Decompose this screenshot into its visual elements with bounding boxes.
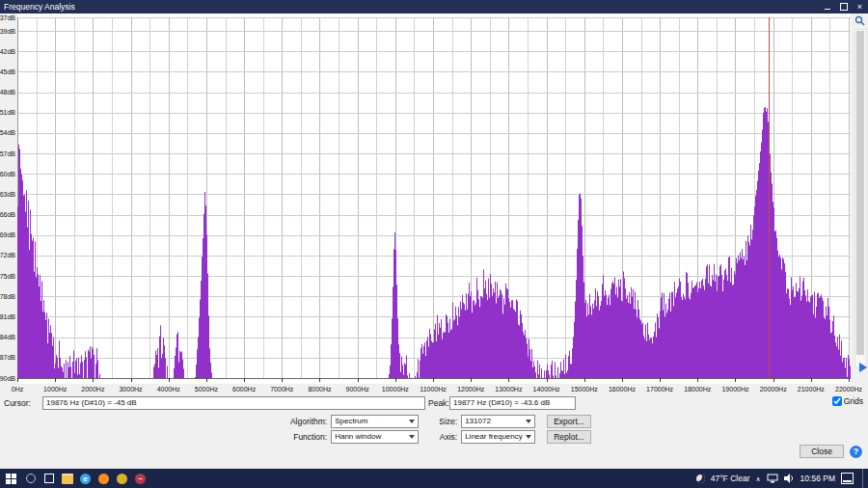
- grids-label: Grids: [844, 396, 863, 406]
- y-axis-label: -87dB: [0, 354, 15, 361]
- window-title: Frequency Analysis: [0, 2, 819, 12]
- edge-icon[interactable]: e: [76, 469, 95, 488]
- cortana-icon-glyph: [26, 474, 36, 483]
- axis-label: Axis:: [430, 432, 457, 442]
- x-axis-label: 4000Hz: [157, 386, 180, 393]
- x-axis-label: 8000Hz: [308, 386, 331, 393]
- function-value: Hann window: [335, 432, 381, 441]
- axis-value: Linear frequency: [465, 432, 523, 441]
- x-axis-label: 9000Hz: [346, 386, 369, 393]
- y-axis-label: -54dB: [0, 129, 15, 136]
- weather-text[interactable]: 47°F Clear: [711, 474, 750, 483]
- cursor-readout: 19876 Hz (D#10) = -45 dB: [42, 396, 425, 410]
- file-explorer-icon[interactable]: [58, 469, 76, 488]
- algorithm-select[interactable]: Spectrum: [331, 415, 419, 428]
- volume-icon[interactable]: [784, 474, 795, 483]
- chevron-up-icon[interactable]: ∧: [755, 475, 760, 482]
- y-axis-label: -69dB: [0, 231, 15, 238]
- y-axis-label: -39dB: [0, 28, 15, 35]
- size-label: Size:: [430, 417, 457, 426]
- x-axis-label: 21000Hz: [798, 386, 825, 393]
- maximize-button[interactable]: [835, 0, 852, 14]
- grids-checkbox[interactable]: [832, 396, 842, 406]
- x-axis-label: 19000Hz: [721, 386, 748, 393]
- minimize-icon: [825, 9, 830, 10]
- x-axis-label: 13000Hz: [495, 386, 522, 393]
- x-axis-label: 1000Hz: [43, 386, 67, 393]
- action-center-icon[interactable]: [841, 473, 854, 484]
- zoom-icon[interactable]: [854, 15, 865, 26]
- file-explorer-icon-glyph: [62, 474, 73, 484]
- vertical-scrollbar[interactable]: [853, 14, 867, 384]
- network-icon[interactable]: [767, 474, 778, 483]
- audacity-icon[interactable]: ~: [131, 469, 149, 488]
- x-axis-label: 16000Hz: [609, 386, 636, 393]
- windows-logo-icon: [6, 474, 16, 484]
- play-arrow-icon[interactable]: [859, 363, 867, 372]
- y-axis-label: -72dB: [0, 252, 15, 258]
- x-axis-label: 5000Hz: [195, 386, 218, 393]
- y-axis-label: -63dB: [0, 191, 15, 198]
- minimize-button[interactable]: [819, 0, 835, 14]
- system-tray: 47°F Clear ∧ 10:56 PM: [696, 469, 868, 488]
- x-axis-label: 6000Hz: [232, 386, 256, 393]
- cortana-icon[interactable]: [21, 469, 40, 488]
- close-button[interactable]: Close: [800, 445, 844, 458]
- algorithm-value: Spectrum: [335, 417, 367, 425]
- y-axis-label: -37dB: [0, 14, 15, 21]
- algorithm-label: Algorithm:: [277, 417, 327, 426]
- x-axis-label: 2000Hz: [81, 386, 104, 393]
- x-axis-label: 22000Hz: [835, 386, 862, 393]
- x-axis-label: 20000Hz: [760, 386, 787, 393]
- y-axis-label: -48dB: [0, 89, 15, 95]
- size-value: 131072: [465, 417, 491, 425]
- clock[interactable]: 10:56 PM: [800, 474, 835, 483]
- y-axis-label: -84dB: [0, 334, 15, 340]
- weather-icon[interactable]: [696, 474, 705, 483]
- task-view-icon[interactable]: [40, 469, 58, 488]
- window-titlebar: Frequency Analysis ×: [0, 0, 868, 14]
- x-axis-label: 3000Hz: [119, 386, 142, 393]
- export-button[interactable]: Export...: [547, 415, 591, 428]
- audacity-icon-glyph: ~: [135, 474, 146, 484]
- x-axis: 0Hz1000Hz2000Hz3000Hz4000Hz5000Hz6000Hz7…: [0, 385, 868, 395]
- start-button[interactable]: [0, 469, 21, 488]
- maximize-icon: [840, 3, 848, 11]
- window-controls: ×: [819, 0, 868, 14]
- x-axis-label: 7000Hz: [270, 386, 293, 393]
- y-axis-label: -60dB: [0, 171, 15, 177]
- y-axis-label: -57dB: [0, 150, 15, 157]
- x-axis-label: 17000Hz: [646, 386, 673, 393]
- scrollbar-track[interactable]: [854, 29, 867, 368]
- y-axis-label: -42dB: [0, 48, 15, 55]
- close-window-button[interactable]: ×: [852, 0, 868, 14]
- cursor-label: Cursor:: [4, 398, 31, 408]
- y-axis-label: -75dB: [0, 273, 15, 280]
- firefox-icon[interactable]: [95, 469, 113, 488]
- y-axis-label: -45dB: [0, 68, 15, 75]
- help-button[interactable]: ?: [850, 446, 862, 458]
- frequency-analysis-dialog: -37dB-39dB-42dB-45dB-48dB-51dB-54dB-57dB…: [0, 14, 868, 469]
- controls-row-2: Function: Hann window Axis: Linear frequ…: [0, 430, 868, 444]
- taskbar-apps: e~: [21, 469, 149, 488]
- function-select[interactable]: Hann window: [331, 430, 419, 444]
- peak-readout: 19877 Hz (D#10) = -43.6 dB: [449, 396, 576, 410]
- x-axis-label: 15000Hz: [571, 386, 598, 393]
- replot-button[interactable]: Replot...: [547, 430, 591, 444]
- x-axis-label: 12000Hz: [457, 386, 484, 393]
- y-axis-label: -66dB: [0, 211, 15, 218]
- function-label: Function:: [277, 432, 327, 442]
- grids-toggle[interactable]: Grids: [832, 396, 863, 406]
- firefox-icon-glyph: [98, 474, 109, 484]
- x-axis-label: 14000Hz: [533, 386, 560, 393]
- controls-row-1: Algorithm: Spectrum Size: 131072 Export.…: [0, 415, 868, 428]
- spectrum-plot[interactable]: [17, 14, 851, 384]
- y-axis-label: -51dB: [0, 109, 15, 116]
- chrome-icon[interactable]: [113, 469, 131, 488]
- show-desktop-button[interactable]: [862, 469, 866, 488]
- size-select[interactable]: 131072: [461, 415, 535, 428]
- x-axis-label: 11000Hz: [420, 386, 447, 393]
- axis-select[interactable]: Linear frequency: [461, 430, 535, 444]
- scrollbar-thumb[interactable]: [856, 31, 864, 355]
- edge-icon-glyph: e: [80, 474, 91, 484]
